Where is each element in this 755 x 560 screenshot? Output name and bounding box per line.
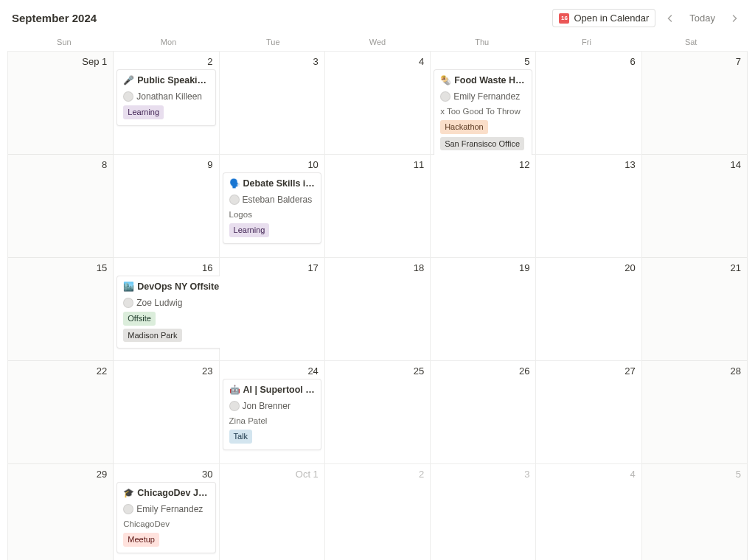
event-title: ChicagoDev June … [137,487,209,500]
day-cell[interactable]: 25 [325,361,431,464]
event-person: Emily Fernandez [453,91,520,103]
day-cell[interactable]: 20 [536,258,641,361]
day-cell[interactable]: 2 [325,464,431,560]
prev-month-button[interactable] [661,10,679,27]
day-cell[interactable]: 3 [431,464,536,560]
day-cell[interactable]: 19 [431,258,536,361]
day-cell[interactable]: 26 [431,361,536,464]
tag-learning: Learning [123,105,164,119]
tag-hackathon: Hackathon [440,120,488,134]
weekday-label: Tue [220,33,325,51]
day-cell[interactable]: 9 [114,155,219,258]
day-cell[interactable]: 14 [642,155,748,258]
day-cell[interactable]: 4 [325,52,431,155]
avatar [123,298,133,308]
tag-learning: Learning [229,223,270,237]
weekday-label: Wed [325,33,430,51]
day-number: 3 [524,469,529,480]
day-cell[interactable]: 8 [8,155,114,258]
avatar [123,504,133,514]
day-number: 17 [307,262,318,273]
avatar [229,195,240,205]
day-cell[interactable]: 5 🌯 Food Waste Hack… Emily Fernandez x T… [431,52,536,155]
day-number: 18 [414,262,424,273]
day-cell[interactable]: 7 [642,52,748,155]
day-cell[interactable]: 30 🎓 ChicagoDev June … Emily Fernandez C… [114,464,219,560]
day-number: Sep 1 [82,56,107,67]
day-cell[interactable]: 24 🤖 AI | Supertool or s… Jon Brenner Zi… [220,361,325,464]
day-cell[interactable]: 10 🗣️ Debate Skills in th… Esteban Balde… [220,155,325,258]
day-cell[interactable]: 6 [536,52,641,155]
weekday-label: Sat [639,33,743,51]
day-number: 10 [307,159,318,170]
day-cell[interactable]: 5 [642,464,748,560]
avatar [229,401,240,411]
event-person: Zoe Ludwig [136,297,182,309]
tag-location: Madison Park [123,329,181,343]
avatar [440,91,450,102]
calendar-header: September 2024 16 Open in Calendar Today [0,0,755,33]
day-number: 13 [624,159,635,170]
day-number: 5 [736,469,741,480]
day-number: 3 [313,56,319,67]
event-food-waste-hackathon[interactable]: 🌯 Food Waste Hack… Emily Fernandez x Too… [434,69,532,157]
day-cell[interactable]: 21 [642,258,748,361]
day-number: 11 [414,159,424,170]
burrito-icon: 🌯 [440,74,451,87]
event-public-speaking[interactable]: 🎤 Public Speaking f… Jonathan Killeen Le… [116,69,215,126]
day-number: 5 [524,56,529,67]
day-cell[interactable]: 27 [536,361,641,464]
page-title: September 2024 [12,12,97,24]
open-in-calendar-button[interactable]: 16 Open in Calendar [552,9,655,27]
today-button[interactable]: Today [685,11,720,25]
day-cell[interactable]: 2 🎤 Public Speaking f… Jonathan Killeen … [114,52,219,155]
day-number: 14 [731,159,741,170]
chevron-right-icon [730,14,739,23]
day-number: 25 [414,365,424,377]
next-month-button[interactable] [726,10,743,27]
day-number: 27 [624,365,635,377]
day-cell[interactable]: 29 [8,464,114,560]
day-cell[interactable]: 16 🏙️ DevOps NY Offsite Zoe Ludwig Offsi… [114,258,219,361]
event-title: AI | Supertool or s… [243,384,315,397]
event-ai-supertool[interactable]: 🤖 AI | Supertool or s… Jon Brenner Zina … [223,379,321,450]
day-number: 28 [731,365,741,377]
day-cell[interactable]: 28 [642,361,748,464]
header-actions: 16 Open in Calendar Today [552,9,743,27]
event-meta: Logos [229,209,315,220]
day-number: 16 [202,262,212,273]
day-number: 2 [419,469,424,480]
day-number: 23 [202,365,212,377]
day-cell[interactable]: 22 [8,361,114,464]
day-number: 8 [102,159,107,170]
day-cell[interactable]: 4 [536,464,641,560]
day-number: 21 [731,262,741,273]
day-number: 9 [207,159,212,170]
day-cell[interactable]: Oct 1 [220,464,325,560]
day-cell[interactable]: 15 [8,258,114,361]
day-cell[interactable]: Sep 1 [8,52,114,155]
event-title: Debate Skills in th… [243,178,315,191]
event-title: Public Speaking f… [137,74,209,88]
day-cell[interactable]: 11 [325,155,431,258]
event-debate-skills[interactable]: 🗣️ Debate Skills in th… Esteban Balderas… [223,172,321,244]
day-number: 20 [624,262,635,273]
day-cell[interactable]: 23 [114,361,219,464]
day-number: 4 [630,469,635,480]
day-cell[interactable]: 12 [431,155,536,258]
event-title: DevOps NY Offsite [137,281,219,294]
tag-offsite: Offsite [123,312,156,326]
calendar-grid: Sep 1 2 🎤 Public Speaking f… Jonathan Ki… [7,51,748,560]
weekday-label: Sun [12,33,116,51]
graduation-icon: 🎓 [123,487,134,500]
tag-location: San Fransisco Office [440,137,524,151]
day-number: 4 [419,56,424,67]
event-chicago-dev[interactable]: 🎓 ChicagoDev June … Emily Fernandez Chic… [116,482,215,553]
day-number: 26 [519,365,529,377]
calendar-icon: 16 [559,13,569,24]
event-person: Emily Fernandez [136,503,203,516]
day-cell[interactable]: 3 [220,52,325,155]
day-cell[interactable]: 18 [325,258,431,361]
day-cell[interactable]: 13 [536,155,641,258]
day-cell[interactable]: 17 [220,258,325,361]
